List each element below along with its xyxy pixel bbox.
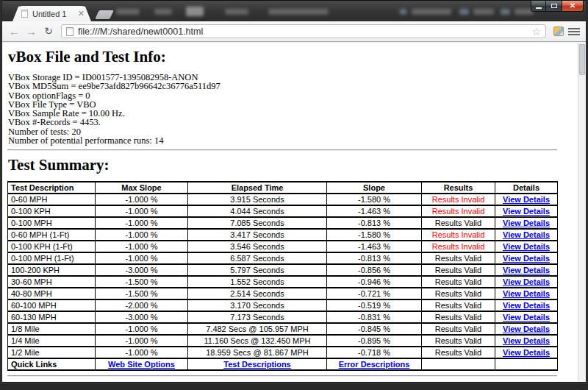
- view-details-link[interactable]: View Details: [503, 301, 550, 310]
- cell-value: 7.085 Seconds: [188, 217, 327, 229]
- cell-value: 4.044 Seconds: [188, 205, 327, 217]
- view-details-link[interactable]: View Details: [503, 230, 550, 239]
- blurred-menu-item: [154, 9, 172, 15]
- window-minimize-button[interactable]: [531, 1, 546, 12]
- view-details-link[interactable]: View Details: [503, 195, 550, 204]
- cell-details: View Details: [495, 205, 558, 217]
- test-summary-table: Test DescriptionMax SlopeElapsed TimeSlo…: [7, 181, 558, 371]
- maximize-icon: [551, 4, 557, 8]
- cell-results: Results Valid: [422, 276, 495, 288]
- cell-value: 3.417 Seconds: [188, 229, 327, 241]
- cell-value: -0.718 %: [327, 347, 422, 358]
- info-line: Number of potential performance runs: 14: [8, 136, 557, 145]
- quick-link[interactable]: Web Site Options: [108, 360, 175, 369]
- window-close-button[interactable]: ✕: [562, 1, 584, 12]
- view-details-link[interactable]: View Details: [503, 219, 550, 227]
- chrome-menu-button[interactable]: [567, 26, 581, 37]
- table-row: 0-100 KPH (1-Ft)-1.000 %3.546 Seconds-1.…: [8, 241, 558, 252]
- cell-quick-link: Test Descriptions: [188, 358, 327, 370]
- address-bar[interactable]: file:///M:/shared/newt0001.html ☆: [61, 24, 546, 38]
- column-header: Slope: [327, 182, 422, 194]
- cell-details: View Details: [495, 217, 558, 229]
- cell-value: -1.500 %: [96, 288, 188, 299]
- cell-test-description: 1/2 Mile: [8, 347, 96, 358]
- info-heading: vBox File and Test Info:: [8, 48, 557, 66]
- info-line: VBox MD5Sum = ee9be73afd827b96642c36776a…: [8, 82, 557, 91]
- quick-link[interactable]: Test Descriptions: [223, 360, 291, 369]
- cell-value: -3.000 %: [96, 311, 188, 323]
- column-header: Details: [495, 182, 558, 194]
- blurred-toolbar-button: [186, 7, 204, 16]
- forward-button[interactable]: →: [23, 26, 40, 37]
- info-block: VBox Storage ID = ID001577-1395082958-AN…: [8, 73, 557, 145]
- cell-details: View Details: [495, 288, 558, 299]
- view-details-link[interactable]: View Details: [503, 277, 550, 286]
- cell-value: -0.845 %: [327, 323, 422, 335]
- cell-results: Results Valid: [422, 299, 495, 311]
- view-details-link[interactable]: View Details: [503, 242, 550, 251]
- window-maximize-button[interactable]: [546, 1, 562, 12]
- cell-value: 3.170 Seconds: [188, 299, 327, 311]
- cell-results: Results Valid: [422, 323, 495, 335]
- view-details-link[interactable]: View Details: [503, 336, 550, 345]
- new-tab-button[interactable]: [95, 10, 114, 19]
- table-row: 0-100 MPH (1-Ft)-1.000 %6.587 Seconds-0.…: [8, 252, 558, 264]
- table-row: 60-100 MPH-2.000 %3.170 Seconds-0.519 %R…: [8, 299, 558, 311]
- view-details-link[interactable]: View Details: [503, 313, 550, 322]
- table-row: 1/2 Mile-1.000 %18.959 Secs @ 81.867 MPH…: [8, 347, 558, 358]
- cell-value: 1.552 Seconds: [188, 276, 327, 288]
- cell-value: 3.915 Seconds: [188, 194, 327, 205]
- blurred-menu-item: [412, 9, 451, 15]
- tab-close-icon[interactable]: ✕: [78, 10, 85, 18]
- cell-results: Results Valid: [422, 264, 495, 276]
- url-text[interactable]: file:///M:/shared/newt0001.html: [78, 26, 531, 37]
- cell-results: Results Valid: [422, 311, 495, 323]
- cell-results: Results Valid: [422, 217, 495, 229]
- page-document-icon: [66, 27, 74, 36]
- cell-test-description: 1/8 Mile: [8, 323, 96, 335]
- table-row: 30-60 MPH-1.500 %1.552 Seconds-0.946 %Re…: [8, 276, 558, 288]
- cell-details: View Details: [495, 264, 558, 276]
- cell-value: 5.797 Seconds: [188, 264, 327, 276]
- scrollbar-thumb[interactable]: [579, 44, 585, 75]
- reload-button[interactable]: ↻: [40, 26, 57, 37]
- cell-value: -1.000 %: [96, 241, 188, 252]
- cell-details: View Details: [495, 276, 558, 288]
- cell-value: -1.000 %: [96, 217, 188, 229]
- cell-results: Results Valid: [422, 335, 495, 347]
- quick-link[interactable]: Error Descriptions: [339, 360, 410, 369]
- cell-value: -1.463 %: [327, 205, 422, 217]
- view-details-link[interactable]: View Details: [503, 266, 550, 274]
- view-details-link[interactable]: View Details: [503, 289, 550, 298]
- cell-value: -0.519 %: [327, 299, 422, 311]
- blank-page-favicon-icon: [21, 10, 28, 18]
- extension-icon[interactable]: [553, 26, 564, 36]
- browser-tab[interactable]: Untitled 1 ✕: [12, 6, 91, 21]
- cell-value: 7.173 Seconds: [188, 311, 327, 323]
- cell-value: 18.959 Secs @ 81.867 MPH: [188, 347, 327, 358]
- cell-value: -1.000 %: [96, 335, 188, 347]
- bookmark-star-icon[interactable]: ☆: [531, 26, 541, 37]
- table-row: 100-200 KPH-3.000 %5.797 Seconds-0.856 %…: [8, 264, 558, 276]
- quick-links-row: Quick LinksWeb Site OptionsTest Descript…: [8, 358, 558, 370]
- cell-results: Results Invalid: [422, 205, 495, 217]
- vertical-scrollbar[interactable]: [578, 43, 586, 381]
- cell-value: -1.500 %: [96, 276, 188, 288]
- table-row: 0-60 MPH-1.000 %3.915 Seconds-1.580 %Res…: [8, 194, 558, 205]
- cell-test-description: 1/4 Mile: [8, 335, 96, 347]
- browser-window: ✕ Untitled 1 ✕ ← → ↻ file:///M:/shared/n…: [1, 0, 587, 383]
- view-details-link[interactable]: View Details: [503, 348, 550, 357]
- blurred-menu-item: [268, 9, 329, 15]
- back-button[interactable]: ←: [6, 26, 23, 37]
- quick-links-label: Quick Links: [8, 358, 96, 370]
- cell-value: -1.580 %: [327, 194, 422, 205]
- cell-value: -0.856 %: [327, 264, 422, 276]
- cell-value: -1.000 %: [96, 347, 188, 358]
- cell-test-description: 40-80 MPH: [8, 288, 96, 299]
- cell-quick-link: Web Site Options: [96, 358, 188, 370]
- view-details-link[interactable]: View Details: [503, 254, 550, 263]
- view-details-link[interactable]: View Details: [503, 325, 550, 333]
- table-row: 0-100 MPH-1.000 %7.085 Seconds-0.813 %Re…: [8, 217, 558, 229]
- cell-results: Results Valid: [422, 252, 495, 264]
- view-details-link[interactable]: View Details: [503, 207, 550, 216]
